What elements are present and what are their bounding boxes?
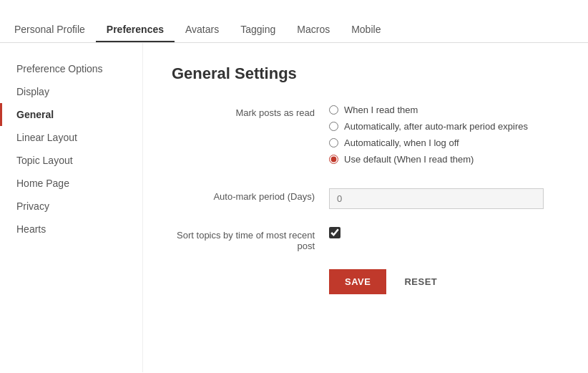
sidebar-item-privacy[interactable]: Privacy [0, 195, 142, 218]
nav-personal-profile[interactable]: Personal Profile [14, 16, 96, 42]
radio-option-1[interactable]: When I read them [329, 105, 559, 115]
radio-log-off[interactable] [329, 138, 338, 147]
page-title: General Settings [172, 64, 559, 83]
radio-option-3[interactable]: Automatically, when I log off [329, 137, 559, 148]
sort-topics-controls [329, 227, 559, 238]
radio-when-read[interactable] [329, 105, 338, 115]
sidebar-item-display[interactable]: Display [0, 80, 142, 103]
main-layout: Preference Options Display General Linea… [0, 43, 588, 372]
auto-mark-input[interactable] [329, 188, 544, 209]
auto-mark-label: Auto-mark period (Days) [172, 188, 329, 202]
sort-topics-label: Sort topics by time of most recent post [172, 227, 329, 251]
radio-option-2[interactable]: Automatically, after auto-mark period ex… [329, 121, 559, 132]
nav-tagging[interactable]: Tagging [230, 16, 286, 42]
sidebar-item-topic-layout[interactable]: Topic Layout [0, 149, 142, 172]
mark-posts-group: Mark posts as read When I read them Auto… [172, 105, 559, 170]
nav-avatars[interactable]: Avatars [175, 16, 230, 42]
radio-auto-mark[interactable] [329, 122, 338, 131]
radio-option-4[interactable]: Use default (When I read them) [329, 154, 559, 165]
sort-topics-group: Sort topics by time of most recent post [172, 227, 559, 251]
radio-label-1: When I read them [344, 105, 418, 115]
mark-posts-label: Mark posts as read [172, 105, 329, 118]
auto-mark-group: Auto-mark period (Days) [172, 188, 559, 209]
reset-button[interactable]: RESET [397, 269, 444, 294]
sidebar: Preference Options Display General Linea… [0, 43, 143, 372]
nav-preferences[interactable]: Preferences [96, 16, 175, 42]
auto-mark-controls [329, 188, 559, 209]
sidebar-item-linear-layout[interactable]: Linear Layout [0, 126, 142, 149]
button-group: SAVE RESET [329, 269, 559, 294]
mark-posts-controls: When I read them Automatically, after au… [329, 105, 559, 170]
sort-topics-checkbox-label[interactable] [329, 227, 559, 238]
nav-mobile[interactable]: Mobile [340, 16, 391, 42]
content-area: General Settings Mark posts as read When… [143, 43, 588, 372]
radio-label-4: Use default (When I read them) [344, 154, 474, 165]
save-button[interactable]: SAVE [329, 269, 386, 294]
radio-use-default[interactable] [329, 155, 338, 164]
sidebar-item-preference-options[interactable]: Preference Options [0, 57, 142, 80]
sidebar-item-general[interactable]: General [0, 103, 142, 126]
sort-topics-checkbox[interactable] [329, 227, 340, 238]
nav-macros[interactable]: Macros [286, 16, 340, 42]
radio-label-2: Automatically, after auto-mark period ex… [344, 121, 528, 132]
top-nav: Personal Profile Preferences Avatars Tag… [0, 0, 588, 43]
sidebar-item-hearts[interactable]: Hearts [0, 218, 142, 241]
radio-label-3: Automatically, when I log off [344, 137, 459, 148]
sidebar-item-home-page[interactable]: Home Page [0, 172, 142, 195]
